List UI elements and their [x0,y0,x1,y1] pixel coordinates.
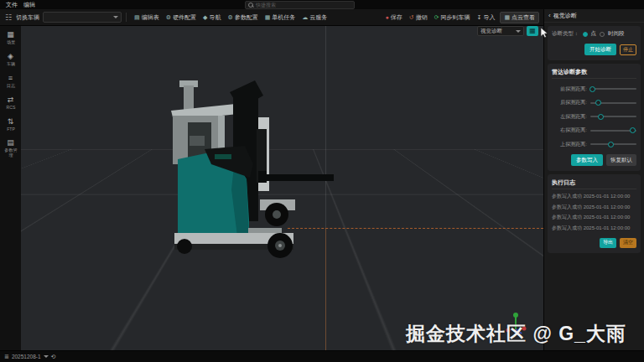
log-entry: 参数写入成功 2025-01-01 12:00:00 [552,225,636,232]
history-icon[interactable]: ⟲ [51,354,56,360]
log-icon: ≡ [8,75,13,82]
slider-track[interactable] [590,102,636,104]
save-label: 保存 [391,13,402,22]
toolbar-button-label: 参数配置 [235,13,258,22]
radio-time-period[interactable] [600,32,605,37]
toolbar-button-hardware-config[interactable]: ⚙ 硬件配置 [166,13,196,22]
point-cloud-grid-button[interactable]: ▦ [527,26,538,36]
vehicle-select[interactable] [43,12,122,23]
save-button[interactable]: ● 保存 [386,13,402,22]
viewport-mode-select[interactable]: 视觉诊断 [477,26,524,36]
sidebar-item-label: RCS [3,105,18,110]
sync-icon: ⟳ [434,14,439,21]
sidebar-item-rcs[interactable]: ⇄ RCS [2,96,20,111]
table-icon: ▤ [134,14,140,21]
slider-handle[interactable] [608,142,614,147]
radio-point-label[interactable]: 点 [591,30,597,38]
write-params-button[interactable]: 参数写入 [571,154,603,166]
start-diagnosis-button[interactable]: 开始诊断 [584,44,616,55]
import-button[interactable]: ↧ 导入 [477,13,496,22]
slider-front-distance: 前探测距离: [552,85,636,93]
log-entry: 参数写入成功 2025-01-01 12:00:00 [552,214,636,221]
radar-params-card: 雷达诊断参数 前探测距离: 后探测距离: 左探测距离: [548,64,641,171]
sidebar-item-label: 车辆 [3,61,18,66]
clear-log-button[interactable]: 清空 [620,238,636,248]
toolbar-divider [126,13,127,22]
slider-handle[interactable] [598,114,604,120]
sidebar-item-label: 参数管理 [3,148,18,158]
undo-icon: ↺ [409,14,414,21]
chevron-down-icon [516,30,521,33]
task-grid-icon: ▦ [265,14,271,21]
hamburger-menu-icon[interactable]: ≣ [4,354,9,360]
slider-label: 后探测距离: [552,99,587,106]
undo-button[interactable]: ↺ 撤销 [409,13,428,22]
chevron-down-icon[interactable] [44,355,49,358]
viewport-controls: 视觉诊断 ▦ [477,26,538,36]
slider-label: 上探测距离: [552,141,587,148]
grid-icon: ▦ [529,28,536,34]
sidebar-item-ftp[interactable]: ⇅ FTP [2,118,20,132]
app-window: 文件 编辑 快捷搜索 ☷ 切换车辆 ▤ 编辑表 ⚙ 硬件配置 ◆ 导航 ⚙ 参数… [0,0,644,362]
point-cloud-view-button[interactable]: ▦ 点云查看 [500,12,539,23]
export-log-button[interactable]: 导出 [600,238,616,248]
radio-time-period-label[interactable]: 时间段 [608,30,625,38]
titlebar: 文件 编辑 快捷搜索 [0,0,644,9]
toolbar-right-group: ● 保存 ↺ 撤销 ⟳ 同步到车辆 ↧ 导入 ▦ 点云查看 [382,12,543,23]
sync-to-vehicle-button[interactable]: ⟳ 同步到车辆 [434,13,470,22]
toolbar-button-label: 导航 [209,13,221,22]
vehicle-icon: ◈ [8,53,13,60]
toolbar-button-label: 云服务 [309,13,327,22]
project-name[interactable]: 20251208-1 [12,354,41,359]
divider [552,78,636,79]
viewport-3d[interactable]: 视觉诊断 ▦ [21,25,543,350]
toolbar-button-label: 单机任务 [272,13,295,22]
stop-diagnosis-button[interactable]: 停止 [620,44,636,55]
menu-file[interactable]: 文件 [6,1,18,9]
execution-log-card: 执行日志 参数写入成功 2025-01-01 12:00:00 参数写入成功 2… [548,174,641,253]
sidebar-item-vehicle[interactable]: ◈ 车辆 [2,53,20,67]
radar-params-title: 雷达诊断参数 [552,68,636,76]
layout-grid-icon[interactable]: ☷ [5,13,12,22]
sidebar-item-label: 日志 [3,83,18,88]
import-icon: ↧ [477,14,482,21]
slider-track[interactable] [590,116,636,117]
slider-track[interactable] [590,130,636,132]
execution-log-title: 执行日志 [552,178,636,187]
back-icon[interactable]: ‹ [548,12,551,19]
restore-default-button[interactable]: 恢复默认 [606,154,636,166]
cloud-icon: ☁ [302,14,308,21]
navigation-icon: ◆ [203,14,207,21]
search-input[interactable]: 快捷搜索 [245,1,355,9]
slider-left-distance: 左探测距离: [552,113,636,121]
sidebar-item-scene[interactable]: ▦ 场景 [2,31,20,45]
document-icon: ▤ [7,139,14,147]
sidebar-item-log[interactable]: ≡ 日志 [2,75,20,89]
point-cloud-label: 点云查看 [512,13,535,22]
sidebar: ▦ 场景 ◈ 车辆 ≡ 日志 ⇄ RCS ⇅ FTP ▤ 参数管理 [0,25,21,350]
sidebar-item-param-manage[interactable]: ▤ 参数管理 [2,139,20,159]
toolbar-button-param-config[interactable]: ⚙ 参数配置 [227,13,257,22]
save-icon: ● [386,14,389,20]
slider-handle[interactable] [589,86,595,92]
toolbar-button-navigation[interactable]: ◆ 导航 [203,13,221,22]
menu-edit[interactable]: 编辑 [23,1,35,9]
ftp-icon: ⇅ [8,118,14,126]
right-panel-header: ‹ 视觉诊断 [544,9,644,23]
slider-handle[interactable] [630,127,636,133]
toolbar-button-cloud-service[interactable]: ☁ 云服务 [302,13,327,22]
slider-track[interactable] [590,143,636,145]
sidebar-item-label: FTP [3,127,18,132]
sync-label: 同步到车辆 [441,13,470,22]
radio-point[interactable] [583,32,588,37]
gear-icon: ⚙ [227,14,232,21]
point-cloud-icon: ▦ [504,14,510,21]
slider-handle[interactable] [595,100,601,106]
right-panel-title: 视觉诊断 [553,12,577,20]
toolbar-button-single-task[interactable]: ▦ 单机任务 [265,13,296,22]
search-icon [248,3,253,8]
rcs-icon: ⇄ [8,96,14,104]
slider-track[interactable] [590,88,636,90]
divider [552,189,636,189]
toolbar-button-edit-table[interactable]: ▤ 编辑表 [134,13,159,22]
